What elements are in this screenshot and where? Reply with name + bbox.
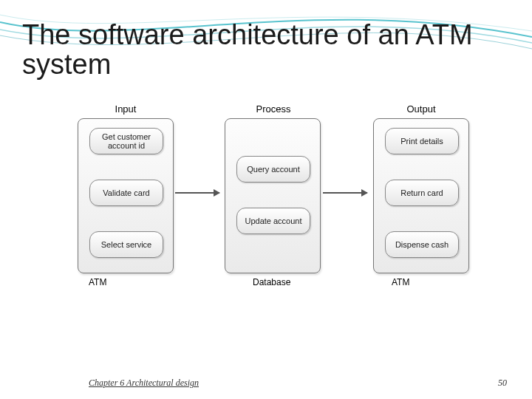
node-query-account: Query account bbox=[236, 156, 310, 183]
column-footer-output: ATM bbox=[392, 277, 409, 287]
node-print-details: Print details bbox=[385, 128, 459, 154]
column-header-output: Output bbox=[384, 103, 458, 115]
input-group-box: Get customer account id Validate card Se… bbox=[78, 118, 174, 273]
column-header-input: Input bbox=[89, 103, 163, 115]
node-dispense-cash: Dispense cash bbox=[385, 231, 459, 258]
output-group-box: Print details Return card Dispense cash bbox=[373, 118, 469, 273]
node-validate-card: Validate card bbox=[89, 180, 163, 206]
arrow-process-to-output bbox=[323, 192, 367, 194]
arrow-input-to-process bbox=[175, 192, 219, 194]
node-update-account: Update account bbox=[236, 208, 310, 234]
node-get-customer-account-id: Get customer account id bbox=[89, 128, 163, 154]
architecture-diagram: Input Process Output Get customer accoun… bbox=[44, 103, 488, 310]
slide-title: The software architecture of an ATM syst… bbox=[22, 21, 510, 80]
column-footer-process: Database bbox=[253, 277, 290, 287]
node-select-service: Select service bbox=[89, 231, 163, 258]
process-group-box: Query account Update account bbox=[225, 118, 321, 273]
footer-page-number: 50 bbox=[498, 378, 507, 389]
footer-chapter: Chapter 6 Architectural design bbox=[89, 378, 199, 389]
column-footer-input: ATM bbox=[89, 277, 106, 287]
column-header-process: Process bbox=[236, 103, 310, 115]
slide: The software architecture of an ATM syst… bbox=[0, 0, 532, 399]
node-return-card: Return card bbox=[385, 180, 459, 206]
